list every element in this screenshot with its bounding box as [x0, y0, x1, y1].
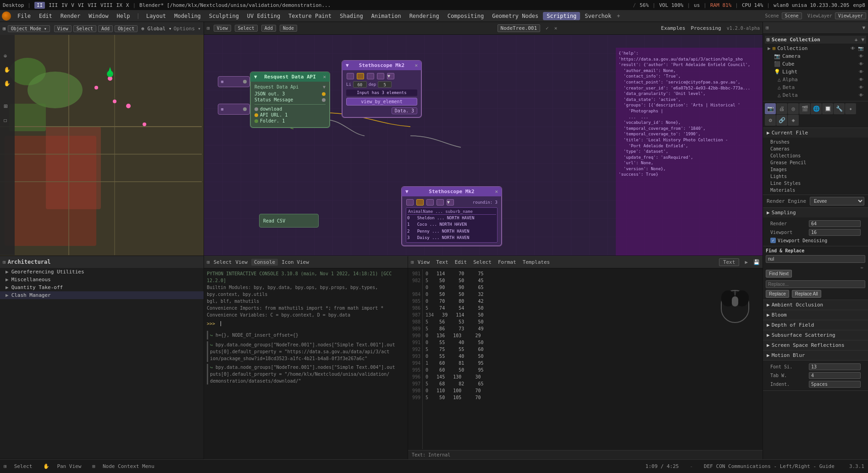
filter-btn[interactable]: ▼ [862, 25, 865, 31]
view-element-btn[interactable]: view_by_element [346, 98, 417, 106]
add-btn[interactable]: Add [98, 25, 113, 32]
mb-header[interactable]: ▶ Motion Blur [763, 351, 868, 360]
menu-edit[interactable]: Edit [35, 12, 56, 20]
sc-item-alpha[interactable]: △ Alpha 👁 [765, 76, 866, 83]
input-node-2[interactable]: ⊞ [218, 104, 250, 115]
sc-add-btn[interactable]: + [855, 37, 858, 43]
gis-map[interactable]: ⊕ ✋ ✋ ⊞ ◻ [0, 35, 204, 256]
tab-width-value[interactable]: 4 [809, 372, 861, 379]
indent-value[interactable]: Spaces [809, 381, 861, 388]
light-eye[interactable]: 👁 [859, 69, 863, 74]
prop-constraint-icon[interactable]: 🔗 [776, 115, 787, 126]
tab-iv[interactable]: IV [61, 2, 67, 8]
prop-physics-icon[interactable]: ⚙ [765, 115, 776, 126]
sc-item-beta[interactable]: △ Beta 👁 [765, 83, 866, 91]
status-node-context[interactable]: Node Context Menu [103, 463, 155, 469]
find-next-btn[interactable]: Find Next [766, 270, 792, 278]
prop-object-icon[interactable]: 🔲 [822, 103, 833, 114]
viewport-value[interactable]: 16 [809, 229, 861, 236]
cube-eye[interactable]: 👁 [859, 61, 863, 67]
node-x-btn[interactable]: ✕ [554, 25, 558, 31]
blender-logo[interactable] [2, 11, 11, 21]
sss-header[interactable]: ▶ Subsurface Scattering [763, 330, 868, 340]
prop-material-icon[interactable]: ◈ [788, 115, 799, 126]
tab-ii[interactable]: II [34, 2, 45, 9]
gis-viewport[interactable]: ⊞ Object Mode ▾ View Select Add Object ⊕… [0, 22, 204, 256]
object-btn[interactable]: Object [115, 25, 138, 32]
stethoscope-node-2[interactable]: ▼ Stethoscope Mk2 ✕ ▼ roundin: 3 [401, 186, 502, 246]
tab-ix[interactable]: IX [116, 2, 122, 8]
outliner-clash-section[interactable]: ▶ Clash Manager [0, 291, 204, 299]
sc-item-light[interactable]: 💡 Light 👁 [765, 68, 866, 76]
steth1-close[interactable]: ✕ [415, 62, 418, 68]
workspace-rendering[interactable]: Rendering [406, 12, 443, 20]
prop-world-icon[interactable]: 🌐 [811, 103, 822, 114]
replace-all-btn[interactable]: Replace All [792, 290, 821, 298]
request-node-close[interactable]: ✕ [323, 74, 326, 80]
workspace-sverchok[interactable]: Sverchok [581, 12, 615, 20]
bloom-header[interactable]: ▶ Bloom [763, 310, 868, 320]
workspace-animation[interactable]: Animation [368, 12, 405, 20]
workspace-modeling[interactable]: Modeling [171, 12, 205, 20]
render-value[interactable]: 64 [809, 220, 861, 227]
workspace-uv[interactable]: UV Editing [243, 12, 284, 20]
tab-vi[interactable]: VI [78, 2, 84, 8]
steth2-btn1[interactable] [406, 199, 414, 206]
workspace-scripting[interactable]: Scripting [543, 12, 580, 20]
read-csv-node[interactable]: Read CSV [259, 214, 319, 228]
workspace-sculpting[interactable]: Sculpting [205, 12, 243, 20]
delta-eye[interactable]: 👁 [859, 93, 863, 98]
steth1-filter[interactable]: ▼ [387, 73, 394, 79]
steth1-btn3[interactable] [367, 73, 374, 79]
tab-x[interactable]: X [126, 2, 129, 8]
render-engine-select[interactable]: Eevee Cycles [810, 197, 864, 206]
viewlayer-selector[interactable]: ViewLayer [835, 12, 866, 19]
render-icon[interactable]: 📷 [858, 46, 863, 51]
steth2-btn4[interactable] [437, 199, 444, 206]
steth2-btn2[interactable] [416, 199, 424, 206]
select-btn[interactable]: Select [73, 25, 96, 32]
node-canvas[interactable]: ▼ Resquest Data API ✕ Request Data Api ▼… [204, 35, 763, 256]
view-btn[interactable]: View [54, 25, 72, 32]
menu-window[interactable]: Window [85, 12, 112, 20]
font-size-value[interactable]: 13 [809, 363, 861, 370]
text-edit-btn[interactable]: Edit [455, 259, 467, 265]
steth1-btn1[interactable] [347, 73, 354, 79]
text-save-icon[interactable]: 💾 [753, 259, 760, 265]
prop-particles-icon[interactable]: ✦ [845, 103, 856, 114]
menu-render[interactable]: Render [57, 12, 84, 20]
prop-modifier-icon[interactable]: 🔧 [834, 103, 845, 114]
current-file-header[interactable]: ▶ Current File [763, 128, 868, 138]
request-data-api-node[interactable]: ▼ Resquest Data API ✕ Request Data Api ▼… [250, 72, 330, 128]
replace-btn[interactable]: Replace [766, 290, 789, 298]
request-expand-icon[interactable]: ▼ [323, 84, 326, 89]
outliner-qty-section[interactable]: ▶ Quantity Take-off [0, 284, 204, 291]
menu-file[interactable]: File [14, 12, 34, 20]
input-node-1[interactable]: ⊞ [218, 76, 250, 87]
denoising-checkbox[interactable]: ✓ [770, 238, 776, 243]
text-text-btn[interactable]: Text [436, 259, 448, 265]
tab-v[interactable]: V [71, 2, 74, 8]
tab-iii[interactable]: III [49, 2, 58, 8]
ao-header[interactable]: ▶ Ambient Occlusion [763, 300, 868, 310]
find-input[interactable] [766, 255, 865, 263]
sc-filter-btn[interactable]: ▼ [861, 37, 864, 43]
icon-view-label[interactable]: Icon View [282, 259, 309, 265]
steth1-btn4[interactable] [377, 73, 384, 79]
workspace-geometry-nodes[interactable]: Geometry Nodes [488, 12, 542, 20]
steth1-btn2[interactable] [357, 73, 364, 79]
workspace-shading[interactable]: Shading [336, 12, 367, 20]
text-select-btn[interactable]: Select [473, 259, 492, 265]
prop-output-icon[interactable]: 🖨 [776, 103, 787, 114]
eye-icon[interactable]: 👁 [851, 46, 855, 51]
menu-help[interactable]: Help [113, 12, 134, 20]
node-menu-btn[interactable]: Node [280, 25, 297, 32]
object-mode-btn[interactable]: Object Mode ▾ [8, 25, 50, 32]
text-play-btn[interactable]: ▶ [745, 259, 748, 265]
dep-value[interactable]: 5 [378, 81, 392, 88]
sc-item-collection[interactable]: ▶ ⊞ Collection 👁 📷 [765, 45, 866, 52]
text-format-btn[interactable]: Format [498, 259, 516, 265]
prop-view-layer-icon[interactable]: ◎ [788, 103, 799, 114]
workspace-layout[interactable]: Layout [143, 12, 170, 20]
sc-item-camera[interactable]: 📷 Camera 👁 [765, 52, 866, 60]
